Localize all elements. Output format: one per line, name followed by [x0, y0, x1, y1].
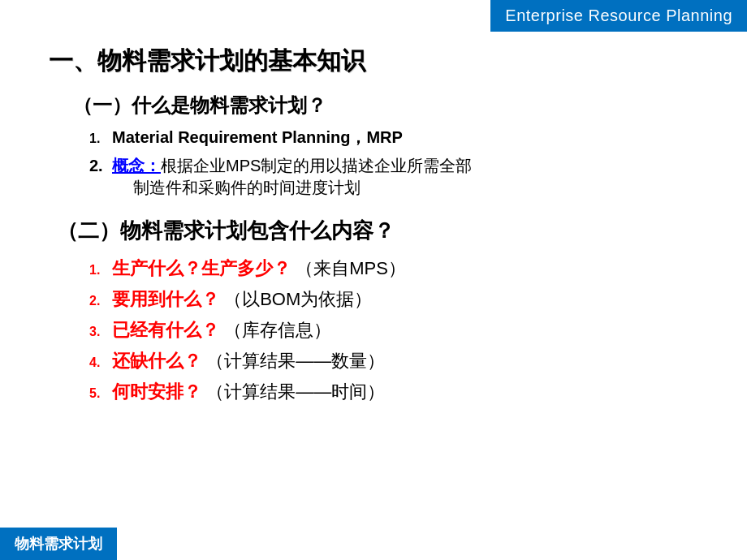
list-item: 1. 生产什么？生产多少？ （来自MPS）	[89, 256, 702, 281]
item-2-label: 概念：	[112, 157, 161, 174]
subsection-1-items: 1. Material Requirement Planning，MRP 2. …	[89, 127, 702, 199]
item-black-text: （库存信息）	[224, 320, 331, 340]
subsection-2: （二）物料需求计划包含什么内容？ 1. 生产什么？生产多少？ （来自MPS） 2…	[49, 217, 702, 404]
item-red-text: 还缺什么？	[112, 351, 201, 371]
list-item: 2. 要用到什么？ （以BOM为依据）	[89, 287, 702, 312]
list-item: 4. 还缺什么？ （计算结果——数量）	[89, 349, 702, 373]
subsection-1-title: （一）什么是物料需求计划？	[73, 93, 702, 118]
list-item: 1. Material Requirement Planning，MRP	[89, 127, 702, 149]
list-item: 2. 概念：根据企业MPS制定的用以描述企业所需全部 制造件和采购件的时间进度计…	[89, 155, 702, 199]
item-number: 3.	[89, 325, 107, 339]
item-number: 4.	[89, 355, 107, 370]
item-black-text: （以BOM为依据）	[224, 289, 372, 309]
item-red-text: 何时安排？	[112, 381, 201, 402]
item-number: 5.	[89, 386, 107, 401]
subsection-1: （一）什么是物料需求计划？ 1. Material Requirement Pl…	[49, 93, 702, 199]
item-2-text2: 制造件和采购件的时间进度计划	[133, 177, 702, 199]
item-number: 1.	[89, 263, 107, 278]
main-content: 一、物料需求计划的基本知识 （一）什么是物料需求计划？ 1. Material …	[0, 0, 747, 455]
footer-banner: 物料需求计划	[0, 528, 117, 560]
header-banner: Enterprise Resource Planning	[490, 0, 747, 32]
section-1-title: 一、物料需求计划的基本知识	[49, 45, 702, 78]
item-number: 2.	[89, 294, 107, 308]
item-black-text: （来自MPS）	[296, 258, 406, 278]
item-black-text: （计算结果——数量）	[206, 351, 385, 371]
subsection-2-title: （二）物料需求计划包含什么内容？	[57, 217, 702, 245]
item-red-text: 已经有什么？	[112, 320, 219, 340]
list-item: 5. 何时安排？ （计算结果——时间）	[89, 380, 702, 404]
item-2-text1: 根据企业MPS制定的用以描述企业所需全部	[161, 157, 472, 174]
item-black-text: （计算结果——时间）	[206, 381, 385, 402]
item-red-text: 要用到什么？	[112, 289, 219, 309]
item-1-text: Material Requirement Planning，MRP	[112, 127, 403, 149]
item-1-number: 1.	[89, 131, 107, 146]
subsection-2-items: 1. 生产什么？生产多少？ （来自MPS） 2. 要用到什么？ （以BOM为依据…	[89, 256, 702, 404]
item-2-number: 2.	[89, 157, 107, 175]
list-item: 3. 已经有什么？ （库存信息）	[89, 318, 702, 342]
item-red-text: 生产什么？生产多少？	[112, 258, 291, 278]
